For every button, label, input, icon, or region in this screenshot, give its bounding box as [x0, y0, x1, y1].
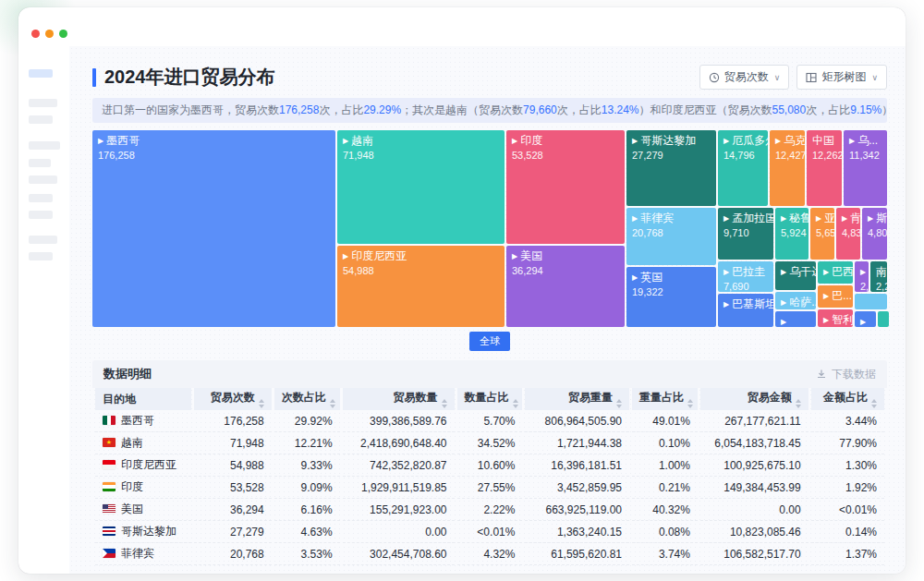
- sidebar-skeleton-item: [29, 194, 53, 202]
- sort-icon[interactable]: [616, 399, 622, 408]
- destination-cell: 美国: [95, 499, 191, 521]
- download-data-button[interactable]: 下载数据: [816, 367, 876, 382]
- node-label: ▶斯: [868, 212, 881, 226]
- treemap-node-斯[interactable]: ▶斯4,804: [862, 208, 887, 260]
- treemap-node-越南[interactable]: ▶越南71,948: [337, 130, 505, 244]
- treemap-node-印度尼西亚[interactable]: ▶印度尼西亚54,988: [337, 246, 505, 327]
- column-header-贸易重量[interactable]: 贸易重量: [525, 388, 629, 410]
- treemap-node-乌...[interactable]: ▶乌...11,342: [844, 130, 887, 206]
- node-label: ▶秘鲁: [781, 212, 803, 226]
- treemap-node-秘鲁[interactable]: ▶秘鲁5,924: [775, 208, 808, 260]
- global-scope-button[interactable]: 全球: [469, 332, 510, 351]
- column-header-贸易数量[interactable]: 贸易数量: [343, 388, 455, 410]
- value-cell: 1,721,944.38: [525, 432, 629, 454]
- destination-cell: 印度尼西亚: [95, 454, 191, 477]
- value-cell: 34.52%: [457, 432, 523, 454]
- value-cell: 16,396,181.51: [525, 454, 629, 477]
- treemap-node-中国[interactable]: 中国12,262: [807, 130, 842, 206]
- treemap-node-厄瓜多尔[interactable]: ▶厄瓜多尔14,796: [718, 130, 768, 206]
- expand-arrow-icon: ▶: [98, 137, 103, 146]
- node-label: ▶孟加拉国: [723, 212, 768, 226]
- destination-name: 越南: [121, 436, 143, 449]
- treemap-node-肯[interactable]: ▶肯4,836: [836, 208, 860, 260]
- value-cell: 77.90%: [811, 432, 884, 454]
- chart-type-selector[interactable]: 矩形树图 ∨: [796, 65, 887, 90]
- page-title: 2024年进口贸易分布: [104, 65, 275, 90]
- expand-arrow-icon: ▶: [868, 214, 873, 224]
- destination-name: 美国: [121, 502, 143, 515]
- treemap-node-乌克兰[interactable]: ▶乌克兰12,427: [770, 130, 805, 206]
- page-header: 2024年进口贸易分布 贸易次数 ∨ 矩形树图: [92, 65, 887, 90]
- sidebar-skeleton-item: [29, 115, 53, 124]
- value-cell: 399,386,589.76: [343, 410, 455, 432]
- treemap-node-乌干达[interactable]: ▶乌干达: [775, 261, 816, 290]
- column-label: 目的地: [103, 393, 136, 405]
- summary-text: ）。: [881, 103, 887, 116]
- treemap-node-巴...[interactable]: ▶巴...: [818, 285, 853, 308]
- sort-icon[interactable]: [687, 399, 693, 408]
- value-cell: 663,925,119.00: [525, 499, 629, 521]
- treemap-node-美国[interactable]: ▶美国36,294: [506, 246, 625, 327]
- column-header-数量占比[interactable]: 数量占比: [457, 388, 523, 410]
- metric-selector[interactable]: 贸易次数 ∨: [699, 65, 790, 90]
- destination-name: 哥斯达黎加: [121, 525, 176, 538]
- value-cell: 155,291,923.00: [343, 499, 455, 521]
- treemap-node-idx21[interactable]: ▶: [775, 311, 816, 327]
- column-header-贸易金额[interactable]: 贸易金额: [700, 388, 808, 410]
- table-row-美国[interactable]: 美国36,2946.16%155,291,923.002.22%663,925,…: [95, 499, 884, 521]
- table-section-title: 数据明细: [103, 366, 152, 382]
- summary-value: 79,660: [523, 103, 557, 116]
- treemap-node-巴拉圭[interactable]: ▶巴拉圭7,690: [718, 261, 773, 292]
- column-label: 次数占比: [282, 391, 326, 404]
- summary-text: 次，占比: [557, 103, 602, 116]
- expand-arrow-icon: ▶: [823, 292, 829, 301]
- value-cell: 1.37%: [811, 543, 884, 565]
- sort-icon[interactable]: [513, 399, 518, 408]
- expand-button[interactable]: [59, 30, 67, 38]
- minimize-button[interactable]: [45, 30, 54, 38]
- node-label: ▶巴...: [823, 289, 847, 304]
- column-header-重量占比[interactable]: 重量占比: [632, 388, 698, 410]
- treemap-node-idx29[interactable]: [878, 311, 889, 327]
- treemap-node-亚[interactable]: ▶亚5,650: [810, 208, 834, 260]
- table-row-墨西哥[interactable]: 墨西哥176,25829.92%399,386,589.765.70%806,9…: [95, 410, 884, 432]
- destination-name: 墨西哥: [121, 414, 154, 427]
- node-label: ▶哈萨...: [781, 296, 810, 309]
- table-row-印度尼西亚[interactable]: 印度尼西亚54,9889.33%742,352,820.8710.60%16,3…: [95, 454, 884, 477]
- table-row-印度[interactable]: 印度53,5289.09%1,929,911,519.8527.55%3,452…: [95, 477, 884, 499]
- table-row-哥斯达黎加[interactable]: 哥斯达黎加27,2794.63%0.00<0.01%1,363,240.150.…: [95, 521, 884, 543]
- sort-icon[interactable]: [442, 399, 447, 408]
- expand-arrow-icon: ▶: [860, 268, 866, 277]
- table-row-越南[interactable]: 越南71,94812.21%2,418,690,648.4034.52%1,72…: [95, 432, 884, 454]
- value-cell: 10,823,085.46: [700, 521, 808, 543]
- treemap-node-idx25[interactable]: ▶2,5: [855, 261, 869, 292]
- treemap-node-英国[interactable]: ▶英国19,322: [626, 267, 716, 327]
- treemap-node-墨西哥[interactable]: ▶墨西哥176,258: [92, 130, 335, 327]
- treemap-node-菲律宾[interactable]: ▶菲律宾20,768: [626, 208, 716, 265]
- treemap-node-idx27[interactable]: [855, 294, 887, 309]
- sort-icon[interactable]: [259, 399, 264, 408]
- node-label: ▶亚: [816, 212, 829, 226]
- column-header-次数占比[interactable]: 次数占比: [274, 388, 340, 410]
- treemap-node-印度[interactable]: ▶印度53,528: [506, 130, 625, 244]
- treemap-node-巴基斯坦[interactable]: ▶巴基斯坦: [718, 294, 773, 327]
- sort-icon[interactable]: [330, 399, 335, 408]
- sort-icon[interactable]: [871, 399, 877, 408]
- treemap-node-哥斯达黎加[interactable]: ▶哥斯达黎加27,279: [626, 130, 716, 206]
- treemap-node-南[interactable]: 南2,2: [870, 261, 887, 292]
- treemap-node-孟加拉国[interactable]: ▶孟加拉国9,710: [718, 208, 773, 260]
- table-row-菲律宾[interactable]: 菲律宾20,7683.53%302,454,708.604.32%61,595,…: [95, 543, 884, 565]
- treemap-node-智利[interactable]: ▶智利: [818, 309, 853, 327]
- expand-arrow-icon: ▶: [781, 214, 786, 224]
- node-label: ▶: [781, 315, 810, 327]
- column-header-贸易次数[interactable]: 贸易次数: [194, 388, 271, 410]
- sort-icon[interactable]: [796, 399, 801, 408]
- flag-icon-id: [103, 460, 116, 469]
- column-header-金额占比[interactable]: 金额占比: [811, 388, 884, 410]
- treemap-breadcrumb: 全球: [92, 332, 887, 351]
- treemap-node-idx28[interactable]: ▶: [855, 311, 876, 327]
- treemap-node-巴西[interactable]: ▶巴西: [818, 261, 853, 284]
- expand-arrow-icon: ▶: [823, 316, 829, 325]
- close-button[interactable]: [31, 30, 40, 38]
- treemap-node-哈萨...[interactable]: ▶哈萨...: [775, 292, 816, 309]
